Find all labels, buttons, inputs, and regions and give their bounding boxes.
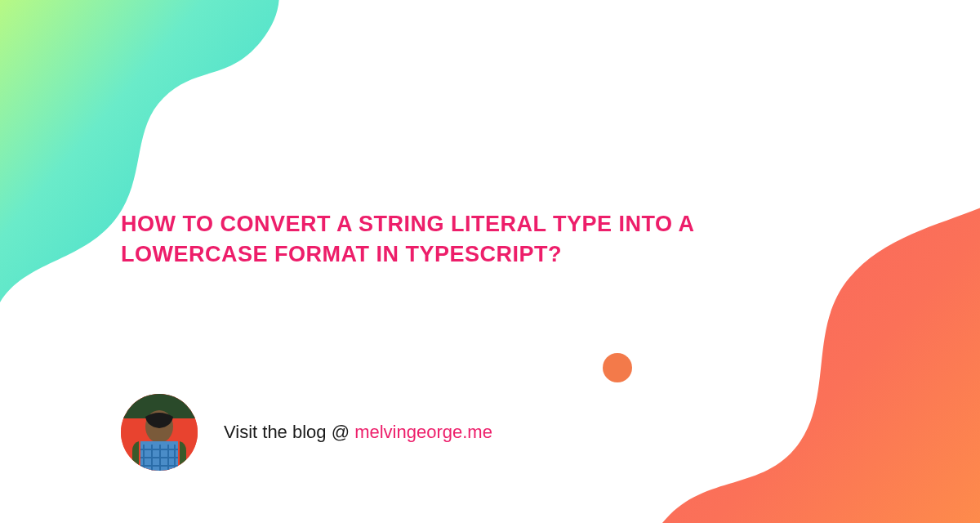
footer: Visit the blog @ melvingeorge.me <box>121 394 492 471</box>
byline: Visit the blog @ melvingeorge.me <box>224 422 492 443</box>
decorative-blob-top-left <box>0 0 310 343</box>
page-title: HOW TO CONVERT A STRING LITERAL TYPE INT… <box>121 209 758 270</box>
main-content: HOW TO CONVERT A STRING LITERAL TYPE INT… <box>121 209 758 270</box>
decorative-dot <box>603 353 632 382</box>
byline-prefix: Visit the blog @ <box>224 422 354 442</box>
byline-link[interactable]: melvingeorge.me <box>354 422 492 442</box>
avatar <box>121 394 198 471</box>
